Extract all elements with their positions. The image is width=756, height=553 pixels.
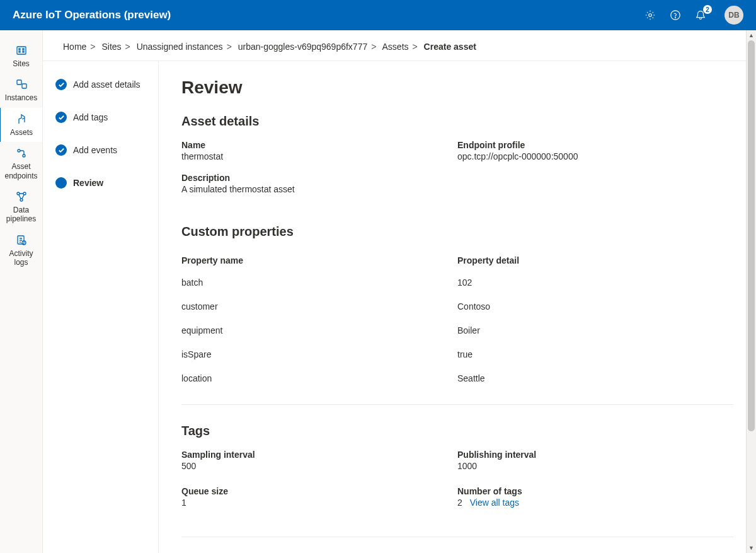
sites-icon	[15, 44, 28, 57]
sampling-interval-value: 500	[181, 461, 457, 471]
review-panel: Review Asset details Name thermostat End…	[159, 61, 756, 553]
step-add-asset-details[interactable]: Add asset details	[55, 79, 158, 90]
asset-details-heading: Asset details	[181, 114, 733, 129]
svg-point-11	[23, 154, 25, 157]
svg-point-10	[18, 149, 20, 152]
step-review[interactable]: Review	[55, 177, 158, 189]
scrollbar[interactable]: ▲ ▼	[746, 30, 756, 553]
property-detail: Contoso	[457, 301, 733, 311]
property-row: batch102	[181, 271, 733, 294]
avatar[interactable]: DB	[724, 6, 743, 25]
activity-logs-icon	[15, 234, 28, 247]
nav-activity-logs[interactable]: Activity logs	[0, 229, 42, 272]
property-name: batch	[181, 277, 457, 288]
check-icon	[55, 144, 67, 156]
settings-icon[interactable]	[644, 9, 656, 21]
breadcrumb: Home> Sites> Unassigned instances> urban…	[43, 30, 756, 61]
breadcrumb-unassigned[interactable]: Unassigned instances	[137, 42, 223, 52]
breadcrumb-current: Create asset	[424, 42, 476, 52]
property-row: customerContoso	[181, 294, 733, 318]
nav-label: Asset endpoints	[3, 162, 40, 180]
check-icon	[55, 79, 67, 90]
divider	[181, 404, 733, 405]
endpoint-value: opc.tcp://opcplc-000000:50000	[457, 151, 733, 161]
property-detail-header: Property detail	[457, 255, 733, 265]
nav-asset-endpoints[interactable]: Asset endpoints	[0, 142, 42, 185]
custom-properties-heading: Custom properties	[181, 224, 733, 239]
scroll-thumb[interactable]	[748, 40, 755, 431]
property-row: locationSeattle	[181, 366, 733, 390]
property-row: isSparetrue	[181, 342, 733, 366]
publishing-interval-value: 1000	[457, 461, 733, 471]
tags-heading: Tags	[181, 424, 733, 438]
step-label: Review	[73, 178, 103, 188]
queue-size-label: Queue size	[181, 486, 457, 496]
property-name: isSpare	[181, 349, 457, 359]
endpoint-label: Endpoint profile	[457, 140, 733, 150]
property-name: location	[181, 373, 457, 383]
sampling-interval-label: Sampling interval	[181, 450, 457, 460]
notifications-icon[interactable]: 2	[694, 9, 707, 21]
nav-assets[interactable]: Assets	[0, 108, 42, 142]
wizard-steps: Add asset details Add tags Add events Re…	[43, 61, 159, 553]
breadcrumb-instance[interactable]: urban-goggles-v69pq969p6fx777	[238, 42, 368, 52]
current-step-icon	[55, 177, 67, 189]
svg-rect-4	[19, 49, 20, 50]
property-detail: Seattle	[457, 373, 733, 383]
help-icon[interactable]	[669, 9, 682, 21]
check-icon	[55, 112, 67, 123]
publishing-interval-label: Publishing interval	[457, 450, 733, 460]
nav-label: Sites	[13, 59, 30, 68]
view-all-tags-link[interactable]: View all tags	[470, 498, 519, 508]
breadcrumb-sites[interactable]: Sites	[101, 42, 121, 52]
property-row: equipmentBoiler	[181, 318, 733, 342]
svg-rect-8	[17, 80, 21, 84]
scroll-up-icon[interactable]: ▲	[747, 30, 756, 40]
svg-point-12	[17, 192, 20, 195]
nav-label: Activity logs	[3, 249, 40, 267]
property-name-header: Property name	[181, 255, 457, 265]
asset-endpoints-icon	[15, 147, 28, 160]
step-label: Add asset details	[73, 79, 140, 90]
step-label: Add events	[73, 145, 117, 155]
property-detail: Boiler	[457, 325, 733, 335]
instances-icon	[15, 78, 28, 91]
scroll-down-icon[interactable]: ▼	[747, 543, 756, 553]
number-of-tags-value: 2	[457, 498, 462, 508]
svg-rect-7	[23, 51, 24, 52]
nav-label: Assets	[10, 128, 33, 137]
nav-instances[interactable]: Instances	[0, 73, 42, 107]
top-bar: Azure IoT Operations (preview) 2 DB	[0, 0, 756, 30]
top-bar-actions: 2 DB	[644, 6, 743, 25]
step-add-events[interactable]: Add events	[55, 144, 158, 156]
svg-rect-9	[22, 84, 26, 88]
page-title: Review	[181, 78, 733, 98]
svg-point-14	[20, 199, 23, 201]
name-value: thermostat	[181, 151, 457, 161]
svg-rect-6	[19, 51, 20, 52]
nav-label: Data pipelines	[3, 206, 40, 224]
step-add-tags[interactable]: Add tags	[55, 112, 158, 123]
property-detail: true	[457, 349, 733, 359]
assets-icon	[15, 113, 28, 125]
description-label: Description	[181, 173, 457, 183]
left-nav: Sites Instances Assets Asset endpoints D…	[0, 30, 43, 553]
number-of-tags-label: Number of tags	[457, 486, 733, 496]
notification-badge: 2	[703, 5, 712, 14]
description-value: A simulated thermostat asset	[181, 184, 457, 194]
property-name: customer	[181, 301, 457, 311]
breadcrumb-assets[interactable]: Assets	[382, 42, 409, 52]
queue-size-value: 1	[181, 498, 457, 508]
data-pipelines-icon	[15, 190, 28, 203]
step-label: Add tags	[73, 112, 108, 122]
app-title: Azure IoT Operations (preview)	[13, 9, 644, 21]
breadcrumb-home[interactable]: Home	[63, 42, 86, 52]
nav-label: Instances	[5, 93, 37, 102]
svg-rect-3	[17, 47, 26, 54]
nav-data-pipelines[interactable]: Data pipelines	[0, 185, 42, 229]
svg-rect-5	[23, 49, 24, 50]
property-name: equipment	[181, 325, 457, 335]
nav-sites[interactable]: Sites	[0, 39, 42, 73]
svg-point-13	[23, 192, 26, 195]
divider	[181, 537, 733, 537]
